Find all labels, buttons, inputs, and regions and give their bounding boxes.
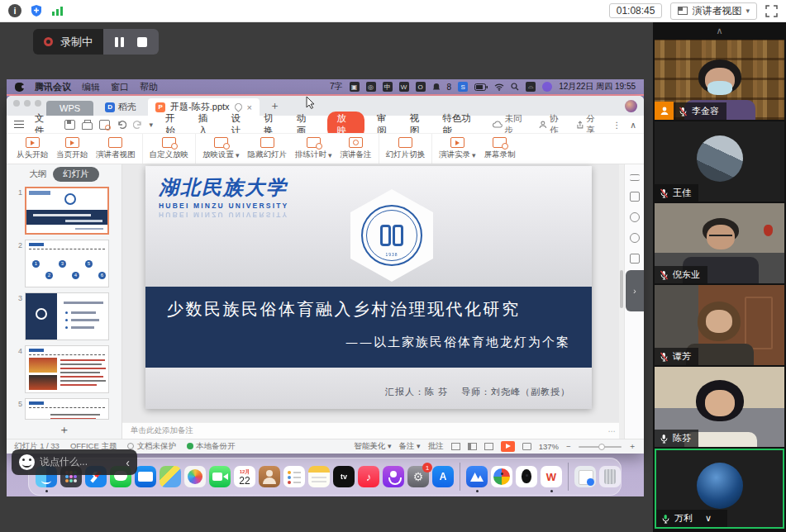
play-from-beginning-button[interactable]: 从头开始 xyxy=(13,136,51,161)
tab-slides[interactable]: 幻灯片 xyxy=(53,167,99,182)
comments-pane-icon[interactable] xyxy=(630,254,640,264)
local-backup-status[interactable]: 本地备份开 xyxy=(187,441,236,452)
rehearse-timing-button[interactable]: 排练计时▾ xyxy=(292,136,336,161)
notes-toggle-button[interactable]: 备注 ▾ xyxy=(398,441,420,452)
slide-transition-button[interactable]: 幻灯片切换 xyxy=(383,136,429,161)
slide-thumbnail-4[interactable] xyxy=(25,345,109,393)
undo-icon[interactable] xyxy=(117,120,126,130)
participant-tile[interactable]: 李金容 xyxy=(655,40,784,120)
app-w-icon[interactable]: W xyxy=(399,82,409,92)
more-options-icon[interactable]: ⋮ xyxy=(612,120,622,130)
save-icon[interactable] xyxy=(64,120,75,130)
pause-recording-button[interactable] xyxy=(115,37,124,47)
zoom-out-button[interactable]: − xyxy=(566,442,571,451)
contacts-icon[interactable] xyxy=(259,466,280,487)
speaker-notes-button[interactable]: 演讲备注 xyxy=(337,136,375,161)
security-shield-icon[interactable] xyxy=(30,4,43,17)
notification-bell-icon[interactable] xyxy=(432,83,441,92)
add-slide-button[interactable]: ＋ xyxy=(7,423,121,438)
slideshow-play-button[interactable] xyxy=(501,441,515,452)
stop-recording-button[interactable] xyxy=(137,37,147,47)
hamburger-menu-icon[interactable] xyxy=(14,121,24,128)
menubar-datetime[interactable]: 12月22日 周四 19:55 xyxy=(559,81,636,93)
maps-icon[interactable] xyxy=(160,466,181,487)
zoom-level[interactable]: 137% xyxy=(539,442,559,451)
photos-icon[interactable] xyxy=(184,466,206,487)
slide-thumbnail-1[interactable] xyxy=(25,187,109,235)
app-o-icon[interactable]: O xyxy=(416,82,426,92)
menubar-help-menu[interactable]: 帮助 xyxy=(140,81,158,93)
slide-thumbnail-5[interactable]: 1 xyxy=(25,398,109,420)
apple-tv-icon[interactable]: tv xyxy=(333,466,355,487)
mail-icon[interactable] xyxy=(135,466,156,487)
sorter-view-icon[interactable] xyxy=(468,443,477,450)
vertical-scrollbar[interactable] xyxy=(619,164,624,439)
slide-canvas[interactable]: 湖北民族大学 HUBEI MINZU UNIVERSITY HUBEI MINZ… xyxy=(122,164,624,422)
play-from-current-button[interactable]: 当页开始 xyxy=(53,136,91,161)
screen-record-status-icon[interactable]: ▣ xyxy=(350,82,360,92)
downloads-stack-icon[interactable] xyxy=(574,466,596,487)
calendar-icon[interactable]: 12月22 xyxy=(234,466,255,487)
slideshow-settings-button[interactable]: 放映设置▾ xyxy=(199,136,243,161)
print-preview-icon[interactable] xyxy=(99,120,110,130)
hide-slide-button[interactable]: 隐藏幻灯片 xyxy=(245,136,291,161)
tile-options-chevron-icon[interactable]: ∨ xyxy=(697,513,720,524)
apple-menu-icon[interactable] xyxy=(15,83,24,92)
presenter-view-button[interactable]: 演讲者视图 xyxy=(93,136,139,161)
collapse-ribbon-icon[interactable]: ∧ xyxy=(630,120,636,130)
chat-quick-bar[interactable]: 说点什么... ‹ xyxy=(12,449,137,475)
participant-tile-active-speaker[interactable]: 万利 ∨ xyxy=(655,449,784,529)
properties-icon[interactable] xyxy=(630,174,640,181)
notes-more-icon[interactable]: ⋯ xyxy=(608,426,617,435)
speaker-view-button[interactable]: 演讲者视图 ▾ xyxy=(670,2,757,20)
control-center-icon[interactable]: ⌓ xyxy=(526,82,536,92)
menubar-edit-menu[interactable]: 编辑 xyxy=(82,81,100,93)
browser-icon[interactable] xyxy=(491,466,512,487)
participant-tile[interactable]: 陈芬 xyxy=(655,367,784,447)
custom-slideshow-button[interactable]: 自定义放映 xyxy=(146,136,193,161)
network-signal-icon[interactable] xyxy=(51,5,64,17)
slide-thumbnail-2[interactable]: 1 2 3 4 5 6 xyxy=(25,240,109,287)
wps-office-icon[interactable]: W xyxy=(541,466,562,487)
menubar-window-menu[interactable]: 窗口 xyxy=(111,81,129,93)
menubar-app-menu[interactable]: 腾讯会议 xyxy=(35,81,71,93)
emoji-icon[interactable] xyxy=(19,454,35,470)
podcasts-icon[interactable] xyxy=(383,466,404,487)
tab-wps-home[interactable]: WPS xyxy=(46,101,93,116)
wifi-icon[interactable] xyxy=(494,83,504,91)
fullscreen-icon[interactable] xyxy=(765,5,778,17)
tencent-meeting-icon[interactable] xyxy=(466,466,488,487)
tab-docer[interactable]: D 稻壳 xyxy=(98,98,143,116)
animation-pane-icon[interactable] xyxy=(630,192,640,202)
reminders-icon[interactable] xyxy=(283,466,305,487)
participant-tile[interactable]: 谭芳 xyxy=(655,285,784,365)
panel-expand-flyout[interactable]: ‹ xyxy=(626,270,644,311)
facetime-icon[interactable] xyxy=(209,466,231,487)
wps-account-avatar[interactable] xyxy=(625,100,637,112)
sidebar-collapse-icon[interactable]: ∧ xyxy=(653,22,786,40)
music-icon[interactable]: ♪ xyxy=(358,466,379,487)
tab-outline[interactable]: 大纲 xyxy=(29,169,46,180)
zoom-in-button[interactable]: ＋ xyxy=(629,441,637,452)
lecture-record-button[interactable]: 演讲实录▾ xyxy=(436,136,479,161)
print-icon[interactable] xyxy=(82,122,93,130)
normal-view-icon[interactable] xyxy=(451,443,460,450)
notes-app-icon[interactable] xyxy=(308,466,330,487)
assistant-icon[interactable] xyxy=(630,233,640,243)
spotlight-search-icon[interactable] xyxy=(511,83,519,91)
comments-toggle-button[interactable]: 批注 xyxy=(428,441,444,452)
collapse-chat-icon[interactable]: ‹ xyxy=(126,456,130,469)
redo-icon[interactable] xyxy=(133,120,143,130)
zoom-slider-knob[interactable] xyxy=(598,444,605,450)
notes-bar[interactable]: 单击此处添加备注 ⋯ xyxy=(122,422,624,439)
input-language-icon[interactable]: 中 xyxy=(383,82,393,92)
trash-icon[interactable] xyxy=(599,466,621,487)
history-icon[interactable] xyxy=(630,212,640,222)
slide-thumbnail-3[interactable] xyxy=(25,292,109,340)
smart-beautify-button[interactable]: 智能美化 ▾ xyxy=(354,441,391,452)
quickbar-caret-icon[interactable]: ▾ xyxy=(150,121,154,129)
fit-screen-icon[interactable] xyxy=(522,443,531,450)
app-store-icon[interactable]: A xyxy=(432,466,454,487)
participant-tile[interactable]: 王佳 xyxy=(655,121,784,202)
qq-icon[interactable] xyxy=(516,466,537,487)
